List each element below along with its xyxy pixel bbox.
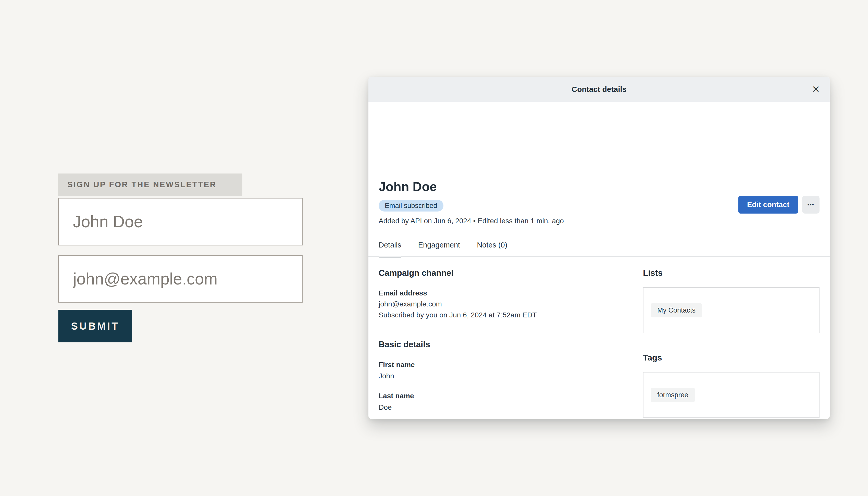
lists-heading: Lists (643, 268, 663, 278)
email-address-value: john@example.com (378, 300, 442, 308)
modal-title: Contact details (572, 85, 626, 94)
campaign-channel-heading: Campaign channel (378, 268, 453, 278)
last-name-label: Last name (378, 392, 414, 400)
modal-header: Contact details ✕ (369, 77, 830, 102)
edit-contact-button[interactable]: Edit contact (739, 196, 798, 214)
email-address-label: Email address (378, 289, 427, 297)
newsletter-heading: SIGN UP FOR THE NEWSLETTER (58, 173, 243, 196)
contact-details-modal: Contact details ✕ John Doe Email subscri… (369, 77, 830, 419)
tab-notes[interactable]: Notes (0) (477, 241, 507, 258)
first-name-label: First name (378, 361, 415, 369)
status-badge: Email subscribed (378, 200, 444, 212)
details-column: Campaign channel Email address john@exam… (378, 268, 623, 411)
first-name-value: John (378, 372, 394, 380)
tags-panel: formspree (643, 372, 820, 418)
tab-engagement[interactable]: Engagement (418, 241, 460, 258)
tab-bar: Details Engagement Notes (0) (378, 241, 507, 258)
submit-button[interactable]: SUBMIT (58, 310, 132, 342)
contact-name: John Doe (378, 181, 437, 193)
last-name-value: Doe (378, 403, 392, 412)
contact-meta: Added by API on Jun 6, 2024 • Edited les… (378, 217, 564, 225)
tab-details[interactable]: Details (378, 241, 401, 258)
more-options-button[interactable]: ●●● (802, 196, 820, 214)
subscribed-info: Subscribed by you on Jun 6, 2024 at 7:52… (378, 311, 537, 319)
name-input[interactable] (58, 198, 303, 246)
tags-heading: Tags (643, 353, 662, 362)
tag-chip[interactable]: formspree (651, 388, 695, 402)
lists-panel: My Contacts (643, 287, 820, 333)
email-input[interactable] (58, 255, 303, 303)
tabs-divider (369, 256, 830, 257)
ellipsis-icon: ●●● (807, 203, 814, 206)
lists-tags-column: Lists My Contacts Tags formspree (643, 268, 820, 460)
close-icon[interactable]: ✕ (810, 83, 822, 95)
list-chip[interactable]: My Contacts (651, 303, 702, 317)
basic-details-heading: Basic details (378, 340, 430, 349)
